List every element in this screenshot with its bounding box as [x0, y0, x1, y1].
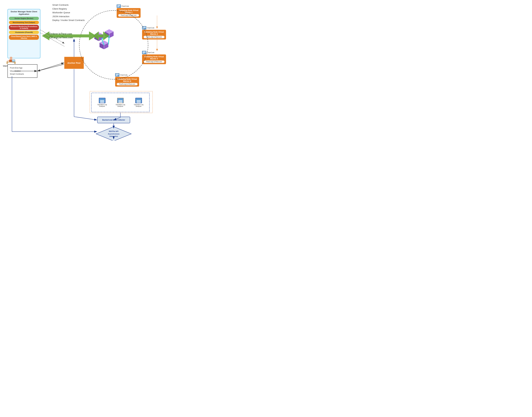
- diamond-container: RESTful API Asynchronous Interaction: [96, 126, 132, 141]
- frontend-line3: Smart Contracts: [10, 73, 24, 76]
- log-analyser-icon-2: [117, 98, 124, 103]
- orderer-text: Orderer.IoTtest.com CA.org1.IoTtest.com: [49, 32, 73, 39]
- vnn-title: Validating Node Virtual Machin N: [117, 78, 138, 82]
- log-analyser-3: Operation Log Analyser: [132, 98, 145, 107]
- docker-item-monitoring: Resource Monitoring (Prometheus & Grafan…: [9, 25, 39, 30]
- vnn-box: Validating Node Virtual Machin N PeerN.o…: [115, 77, 139, 87]
- svg-rect-65: [116, 75, 117, 76]
- vn1-box: Validating Node Virtual Machin 1 Peer0.o…: [117, 8, 141, 18]
- log-analyser-label-2: Operation Log Analyser: [116, 104, 125, 107]
- svg-point-27: [10, 57, 12, 59]
- svg-rect-61: [143, 53, 145, 53]
- docker-item-visualization: Visulaizaton (PowerBI): [9, 31, 39, 34]
- log-analyser-icon-1: [99, 98, 105, 103]
- chaincode-label-1: ChainCode: [121, 5, 129, 7]
- orderer-line2: CA.org1.IoTtest.com: [49, 36, 73, 39]
- log-analyser-label-1: Operation Log Analyser: [97, 104, 107, 107]
- user-icon: [6, 55, 16, 64]
- vn3-box: Validating Node Virtual Machin 3 Peer3.o…: [142, 54, 166, 64]
- log-analyser-1: Operation Log Analyser: [95, 98, 109, 107]
- svg-rect-60: [143, 52, 146, 53]
- sc-label-1: Smart Contracts: [52, 3, 85, 7]
- svg-rect-53: [117, 7, 119, 7]
- svg-rect-32: [12, 60, 15, 62]
- sc-label-4: JSON Interaction: [52, 14, 85, 18]
- diamond-text: RESTful API Asynchronous Interaction: [96, 126, 132, 141]
- svg-rect-56: [143, 28, 146, 28]
- log-analyser-2: Operation Log Analyser: [114, 98, 127, 107]
- chaincode-icon-2: [142, 26, 146, 30]
- frontend-line1: Front-End App: [10, 66, 22, 70]
- restful-line2: Asynchronous: [108, 133, 119, 135]
- chaincode-label-n: ChainCode: [120, 74, 127, 76]
- svg-rect-52: [117, 6, 120, 6]
- svg-rect-64: [116, 75, 119, 75]
- vn1-title: Validating Node Virtual Machin 1: [118, 9, 139, 13]
- docker-item-cloud: Cloud Based Linux Host ( AWS & Ubuntu): [9, 35, 39, 40]
- vnn-peer: PeerN.org1.IoTtest.com: [117, 83, 138, 85]
- frontend-line2: Visualization: [10, 70, 21, 73]
- backend-label: Backed-end Data Collector: [102, 119, 125, 121]
- svg-rect-63: [116, 74, 119, 74]
- svg-rect-51: [117, 5, 120, 6]
- frontend-box: Front-End App Visualization Smart Contra…: [8, 64, 37, 78]
- vn2-box: Validating Node Virtual Machin 2 Peer1.o…: [142, 30, 166, 40]
- restful-line3: Interaction: [109, 135, 118, 138]
- sc-label-5: Deploy / Invoke Smart Contracts: [52, 18, 85, 22]
- orderer-line1: Orderer.IoTtest.com: [49, 32, 73, 36]
- validating-node-2: ChainCode Validating Node Virtual Machin…: [142, 26, 166, 40]
- svg-rect-55: [143, 27, 146, 27]
- log-analyser-icon-3: [135, 98, 142, 103]
- docker-manager-box: Docker Manager Node Client Application D…: [8, 9, 40, 58]
- svg-rect-26: [14, 62, 16, 64]
- validating-node-3: ChainCode Validating Node Virtual Machin…: [142, 51, 166, 64]
- svg-line-29: [7, 60, 9, 61]
- svg-rect-57: [143, 28, 145, 29]
- vn3-title: Validating Node Virtual Machin 3: [144, 56, 165, 60]
- anchor-peer-label: Anchor Peer: [67, 62, 81, 64]
- chaincode-icon-1: [117, 4, 121, 8]
- docker-item-caliper: Benchmarking Tool (Caliper): [9, 21, 39, 24]
- chaincode-icon-n: [115, 73, 119, 77]
- diagram-container: Docker Manager Node Client Application D…: [0, 0, 179, 141]
- blockchain-visual: [93, 28, 117, 52]
- svg-rect-34: [13, 62, 14, 63]
- vn3-peer: Peer3.org1.IoTtest.com: [144, 61, 165, 63]
- sc-label-2: Client Registry: [52, 7, 85, 11]
- sc-label-3: Workorder Queue: [52, 10, 85, 14]
- vn2-peer: Peer1.org1.IoTtest.com: [144, 36, 165, 38]
- blockchain-cubes-svg: [93, 28, 117, 52]
- sc-label-area: Smart Contracts Client Registry Workorde…: [52, 3, 85, 22]
- validating-node-1: ChainCode Validating Node Virtual Machin…: [117, 4, 141, 18]
- svg-line-3: [37, 64, 64, 71]
- vn1-peer: Peer0.org1.IoTtest.com: [118, 14, 139, 17]
- log-analysers-group: Operation Log Analyser Operation Log Ana…: [91, 93, 150, 112]
- svg-line-5: [74, 117, 97, 120]
- svg-rect-25: [7, 62, 8, 64]
- anchor-peer-box: Anchor Peer: [64, 57, 84, 69]
- log-analyser-label-3: Operation Log Analyser: [134, 104, 143, 107]
- backend-box: Backed-end Data Collector: [97, 117, 130, 123]
- svg-line-2: [37, 63, 64, 71]
- docker-item-engine: Docker Engine (Docker): [9, 17, 39, 20]
- restful-line1: RESTful API: [109, 130, 118, 133]
- chaincode-icon-3: [142, 51, 146, 54]
- svg-rect-59: [143, 52, 146, 52]
- chaincode-label-3: ChainCode: [147, 52, 154, 53]
- docker-manager-title: Docker Manager Node Client Application: [9, 10, 39, 16]
- vn2-title: Validating Node Virtual Machin 2: [144, 31, 165, 35]
- validating-node-n: ChainCode Validating Node Virtual Machin…: [115, 73, 139, 87]
- chaincode-label-2: ChainCode: [147, 27, 154, 29]
